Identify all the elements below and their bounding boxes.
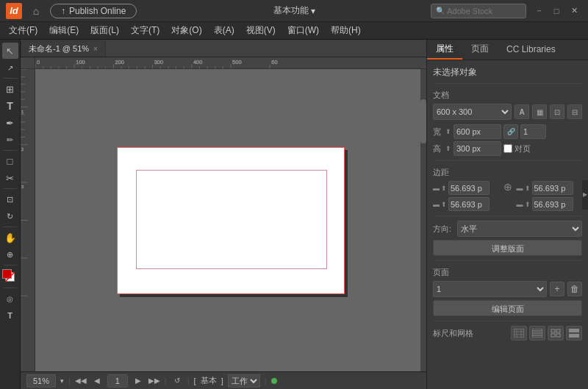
page-background[interactable]: [117, 147, 345, 294]
workspace-selector[interactable]: 基本功能 ▾: [273, 4, 315, 17]
canvas-scroll[interactable]: [35, 69, 426, 371]
tool-pen[interactable]: ✒: [2, 115, 18, 131]
work-mode-select[interactable]: 工作: [228, 374, 260, 388]
tool-separator-5: [4, 265, 17, 265]
search-box[interactable]: 🔍: [431, 4, 526, 18]
panel-collapse-button[interactable]: ▶: [582, 180, 588, 210]
home-button[interactable]: ⌂: [28, 3, 44, 19]
tool-rotate[interactable]: ↻: [2, 208, 18, 224]
svg-text:300: 300: [154, 60, 164, 65]
panel-tabs: 属性 页面 CC Libraries: [427, 40, 588, 60]
menu-layout[interactable]: 版面(L): [85, 22, 125, 39]
menu-help[interactable]: 帮助(H): [325, 22, 367, 39]
pages-select[interactable]: 1: [433, 281, 547, 297]
margin-bottom-spinner[interactable]: ⬆: [441, 201, 447, 208]
facing-pages-checkbox[interactable]: [503, 144, 512, 153]
margin-top-input[interactable]: [448, 181, 490, 195]
margin-top-spinner[interactable]: ⬆: [441, 185, 447, 192]
margin-right-spinner[interactable]: ⬆: [525, 185, 531, 192]
ruler-icon-2[interactable]: [529, 326, 545, 340]
adjust-layout-button[interactable]: 调整版面: [433, 240, 582, 256]
doc-preset-select[interactable]: 600 x 300: [433, 104, 512, 120]
ruler-icon-1[interactable]: [511, 326, 527, 340]
ruler-icon-row: [511, 326, 582, 340]
menu-object[interactable]: 对象(O): [165, 22, 207, 39]
margin-bottom-wrap: ▬ ⬆: [433, 197, 499, 211]
delete-page-button[interactable]: 🗑: [567, 282, 582, 296]
margin-left-input[interactable]: [532, 197, 573, 211]
tool-apply-normal[interactable]: ◎: [2, 290, 18, 307]
menu-edit[interactable]: 编辑(E): [43, 22, 85, 39]
tool-text[interactable]: T: [2, 98, 18, 114]
doc-icon-layers[interactable]: ▦: [532, 104, 547, 119]
svg-rect-66: [551, 334, 555, 337]
height-input[interactable]: [453, 141, 501, 156]
margin-bottom-input[interactable]: [448, 197, 490, 211]
width-lock-icon[interactable]: 🔗: [503, 124, 518, 139]
last-page-button[interactable]: ▶▶: [148, 375, 160, 387]
search-input[interactable]: [447, 7, 521, 15]
tool-select[interactable]: ↖: [2, 43, 18, 59]
svg-text:200: 200: [115, 60, 125, 65]
right-panel: ▶ 属性 页面 CC Libraries 未选择对象 文档 600: [426, 40, 588, 389]
margin-left-wrap: ▬ ⬆: [517, 197, 583, 211]
tool-hand[interactable]: ✋: [2, 229, 18, 246]
facing-pages-label: 对页: [514, 143, 531, 154]
margin-left-spinner[interactable]: ⬆: [525, 201, 531, 208]
menu-view[interactable]: 视图(V): [240, 22, 282, 39]
margin-bottom-icon: ▬: [433, 201, 440, 208]
close-button[interactable]: ✕: [566, 4, 582, 18]
prev-page-button[interactable]: ◀: [91, 375, 103, 387]
doc-icon-settings[interactable]: ⊟: [567, 104, 582, 119]
menu-table[interactable]: 表(A): [208, 22, 240, 39]
tab-cc-libraries[interactable]: CC Libraries: [498, 40, 564, 60]
tool-scissors[interactable]: ✂: [2, 170, 18, 186]
svg-rect-55: [514, 329, 524, 338]
tool-pencil[interactable]: ✏: [2, 132, 18, 148]
direction-select[interactable]: 水平: [457, 221, 582, 237]
menu-window[interactable]: 窗口(W): [282, 22, 325, 39]
tool-free-transform[interactable]: ⊡: [2, 191, 18, 207]
page-input[interactable]: [107, 374, 128, 388]
vertical-scrollbar[interactable]: [420, 69, 426, 371]
maximize-button[interactable]: □: [548, 4, 564, 18]
menu-file[interactable]: 文件(F): [3, 22, 43, 39]
menu-text[interactable]: 文字(T): [125, 22, 165, 39]
tool-frame[interactable]: ⊞: [2, 81, 18, 97]
tab-pages[interactable]: 页面: [462, 40, 498, 60]
zoom-input[interactable]: [26, 374, 56, 388]
width-input[interactable]: [453, 124, 501, 139]
zoom-chevron[interactable]: ▾: [60, 377, 64, 385]
text-tool-bottom[interactable]: T: [2, 307, 18, 324]
pages-count-input[interactable]: [520, 124, 546, 139]
doc-icon-a[interactable]: A: [514, 104, 529, 119]
margin-right-input[interactable]: [532, 181, 573, 195]
fill-stroke-indicator[interactable]: [2, 269, 18, 285]
margin-chain-icon[interactable]: ⊕: [503, 181, 512, 193]
minimize-button[interactable]: －: [531, 4, 547, 18]
width-spinner-up[interactable]: ⬆: [445, 128, 451, 135]
tool-rect[interactable]: □: [2, 153, 18, 169]
scrollbar-thumb[interactable]: [420, 99, 426, 143]
ruler-icon-4[interactable]: [566, 326, 582, 340]
status-indicator: [271, 378, 277, 384]
document-tab[interactable]: 未命名-1 @ 51% ×: [21, 40, 106, 57]
ruler-grid-row: 标尺和网格: [433, 326, 582, 340]
edit-pages-button[interactable]: 编辑页面: [433, 300, 582, 316]
first-page-button[interactable]: ◀◀: [75, 375, 87, 387]
refresh-button[interactable]: ↺: [171, 375, 183, 387]
add-page-button[interactable]: +: [550, 282, 564, 296]
next-page-button[interactable]: ▶: [132, 375, 144, 387]
ruler-corner: [21, 57, 35, 69]
svg-rect-68: [569, 329, 579, 332]
height-spinner-up[interactable]: ⬆: [445, 145, 451, 152]
tool-separator-4: [4, 226, 17, 227]
margin-chain-wrap: ⊕: [502, 181, 514, 193]
doc-icon-save[interactable]: ⊡: [550, 104, 564, 119]
tab-close-button[interactable]: ×: [93, 45, 98, 53]
tab-properties[interactable]: 属性: [427, 40, 462, 60]
ruler-icon-3[interactable]: [548, 326, 564, 340]
tool-direct-select[interactable]: ↗: [2, 60, 18, 76]
tool-zoom[interactable]: ⊕: [2, 246, 18, 263]
publish-online-button[interactable]: ↑ Publish Online: [50, 4, 137, 18]
